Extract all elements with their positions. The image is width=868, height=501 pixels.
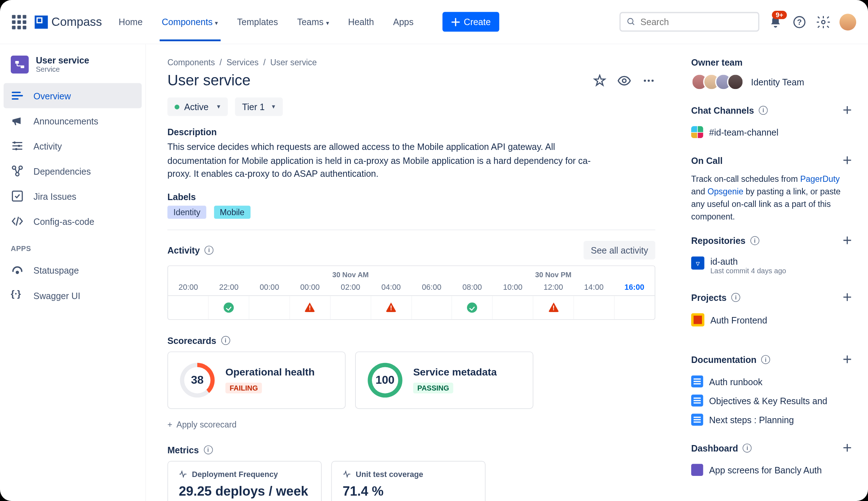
- add-button[interactable]: [841, 103, 854, 117]
- apply-scorecard-button[interactable]: + Apply scorecard: [168, 415, 655, 434]
- timeline-time: 12:00: [533, 279, 574, 295]
- breadcrumb-item[interactable]: User service: [270, 57, 317, 67]
- scorecard[interactable]: 100 Service metadata PASSING: [355, 351, 533, 408]
- doc-item[interactable]: Next steps : Planning: [691, 410, 854, 429]
- watch-icon[interactable]: [617, 73, 631, 88]
- alert-icon: [386, 303, 396, 312]
- add-button[interactable]: [841, 441, 854, 454]
- chat-channel-item[interactable]: #id-team-channel: [691, 123, 854, 142]
- repositories-heading: Repositories: [691, 235, 745, 245]
- status-pill[interactable]: Active▾: [168, 98, 228, 116]
- nav-teams[interactable]: Teams▾: [295, 3, 331, 41]
- activity-heading: Activity: [168, 245, 200, 255]
- timeline-cell[interactable]: [209, 296, 249, 319]
- jira-icon: [11, 189, 24, 203]
- opsgenie-link[interactable]: Opsgenie: [707, 186, 743, 196]
- projects-heading: Projects: [691, 292, 727, 302]
- create-button[interactable]: Create: [442, 12, 499, 32]
- search-input[interactable]: [619, 12, 759, 32]
- timeline-cell[interactable]: [168, 296, 208, 319]
- app-switcher-icon[interactable]: [12, 15, 26, 29]
- nav-apps[interactable]: Apps: [391, 3, 416, 41]
- sidebar-item-statuspage[interactable]: Statuspage: [0, 257, 145, 283]
- sidebar-item-jira-issues[interactable]: Jira Issues: [0, 184, 145, 209]
- metric-card[interactable]: Unit test coverage 71.4 %: [331, 460, 486, 501]
- sidebar-item-config-as-code[interactable]: Config-as-code: [0, 209, 145, 234]
- plus-icon: [450, 17, 460, 27]
- add-button[interactable]: [841, 290, 854, 304]
- timeline-cell[interactable]: [371, 296, 412, 319]
- chevron-down-icon: ▾: [215, 20, 218, 26]
- info-icon[interactable]: i: [731, 293, 740, 302]
- more-icon[interactable]: [642, 74, 655, 87]
- team-avatars[interactable]: [691, 74, 739, 90]
- metric-card[interactable]: Deployment Frequency 29.25 deploys / wee…: [168, 460, 322, 501]
- see-all-activity-button[interactable]: See all activity: [584, 241, 655, 259]
- info-icon[interactable]: i: [221, 336, 230, 345]
- doc-item[interactable]: Auth runbook: [691, 372, 854, 391]
- scorecard-title: Operational health: [225, 367, 315, 378]
- timeline-cell[interactable]: [412, 296, 452, 319]
- user-avatar[interactable]: [839, 14, 856, 30]
- settings-button[interactable]: [816, 14, 831, 29]
- team-name[interactable]: Identity Team: [751, 77, 804, 87]
- timeline-cell[interactable]: [330, 296, 371, 319]
- add-button[interactable]: [841, 153, 854, 167]
- product-logo[interactable]: Compass: [35, 15, 102, 29]
- timeline-cell[interactable]: [290, 296, 330, 319]
- oncall-heading: On Call: [691, 155, 723, 165]
- info-icon[interactable]: i: [204, 245, 213, 254]
- info-icon[interactable]: i: [750, 236, 759, 245]
- label-tag[interactable]: Mobile: [214, 205, 250, 219]
- nav-templates[interactable]: Templates: [235, 3, 280, 41]
- sidebar-title: User service: [36, 55, 89, 65]
- sidebar-item-swagger[interactable]: {·} Swagger UI: [0, 283, 145, 308]
- info-icon[interactable]: i: [759, 105, 768, 114]
- info-icon[interactable]: i: [204, 445, 213, 454]
- breadcrumb-item[interactable]: Services: [227, 57, 259, 67]
- notifications-button[interactable]: 9+: [768, 14, 783, 29]
- help-button[interactable]: ?: [792, 14, 807, 29]
- timeline-cell[interactable]: [615, 296, 655, 319]
- search-field[interactable]: [641, 17, 753, 27]
- timeline-cell[interactable]: [249, 296, 290, 319]
- info-icon[interactable]: i: [743, 443, 752, 452]
- label-tag[interactable]: Identity: [168, 205, 207, 219]
- star-icon[interactable]: [593, 74, 607, 87]
- breadcrumb: Components / Services / User service: [168, 57, 655, 67]
- sidebar-item-announcements[interactable]: Announcements: [0, 108, 145, 133]
- scorecard[interactable]: 38 Operational health FAILING: [168, 351, 346, 408]
- add-button[interactable]: [841, 234, 854, 247]
- nav-health[interactable]: Health: [346, 3, 377, 41]
- timeline-cell[interactable]: [452, 296, 493, 319]
- documentation-heading: Documentation: [691, 354, 756, 364]
- timeline-cell[interactable]: [574, 296, 615, 319]
- info-icon[interactable]: i: [761, 355, 770, 364]
- add-button[interactable]: [841, 353, 854, 366]
- repo-commit-info: Last commit 4 days ago: [710, 266, 786, 275]
- dashboard-heading: Dashboard: [691, 443, 738, 453]
- breadcrumb-item[interactable]: Components: [168, 57, 215, 67]
- tier-pill[interactable]: Tier 1▾: [235, 98, 283, 116]
- project-item[interactable]: Auth Frontend: [691, 310, 854, 330]
- scorecard-status-badge: FAILING: [225, 383, 262, 393]
- svg-point-15: [644, 79, 646, 81]
- svg-point-0: [628, 18, 633, 24]
- scorecards-heading: Scorecards: [168, 335, 216, 345]
- nav-components[interactable]: Components▾: [159, 3, 220, 41]
- nav-home[interactable]: Home: [116, 3, 145, 41]
- compass-icon: [35, 15, 48, 29]
- sidebar-item-overview[interactable]: Overview: [4, 83, 142, 108]
- repository-item[interactable]: ▿ id-auth Last commit 4 days ago: [691, 253, 854, 279]
- timeline-cell[interactable]: [493, 296, 533, 319]
- dashboard-item[interactable]: App screens for Bancly Auth: [691, 460, 854, 479]
- pulse-icon: [343, 470, 351, 478]
- timeline-cell[interactable]: [533, 296, 574, 319]
- sidebar-item-activity[interactable]: Activity: [0, 133, 145, 159]
- chevron-down-icon: ▾: [217, 103, 221, 111]
- svg-point-6: [14, 142, 16, 144]
- sidebar-item-dependencies[interactable]: Dependencies: [0, 159, 145, 184]
- doc-item[interactable]: Objectives & Key Results and: [691, 391, 854, 410]
- pagerduty-link[interactable]: PagerDuty: [800, 174, 840, 184]
- owner-team-heading: Owner team: [691, 57, 742, 67]
